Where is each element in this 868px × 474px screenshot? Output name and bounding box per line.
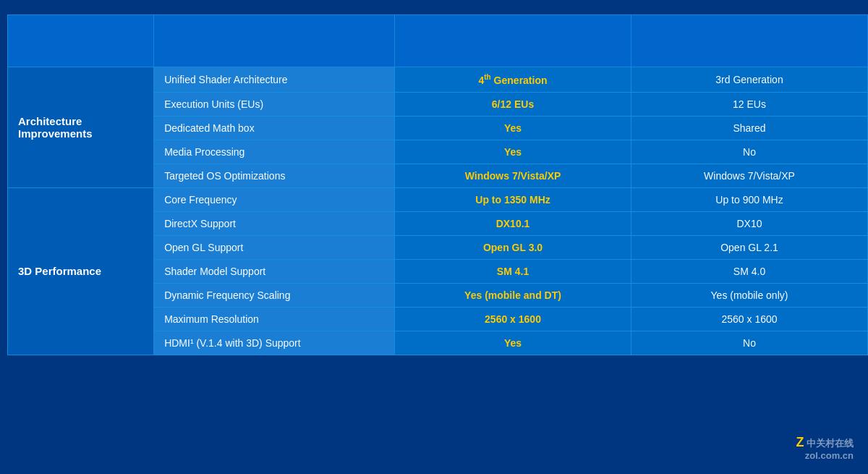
value-new-cell: Windows 7/Vista/XP (395, 164, 631, 187)
feature-cell: Media Processing (154, 140, 395, 164)
header-gen2 (395, 15, 631, 67)
value-new-cell: 4th Generation (395, 67, 631, 93)
header-features (154, 15, 395, 67)
value-old-cell: No (631, 140, 868, 164)
feature-cell: Core Frequency (154, 187, 395, 211)
value-old-cell: Windows 7/Vista/XP (631, 164, 868, 187)
table-body: Architecture ImprovementsUnified Shader … (8, 67, 868, 355)
feature-cell: Unified Shader Architecture (154, 67, 395, 93)
value-new-cell: 2560 x 1600 (395, 307, 631, 331)
value-new-cell: Yes (395, 116, 631, 140)
feature-cell: DirectX Support (154, 211, 395, 235)
header-category (8, 15, 154, 67)
value-old-cell: Yes (mobile only) (631, 283, 868, 307)
feature-cell: Shader Model Support (154, 259, 395, 283)
value-new-cell: Yes (mobile and DT) (395, 283, 631, 307)
value-old-cell: No (631, 331, 868, 355)
comparison-table: Architecture ImprovementsUnified Shader … (7, 14, 868, 355)
feature-cell: Open GL Support (154, 235, 395, 259)
value-old-cell: 2560 x 1600 (631, 307, 868, 331)
feature-cell: Targeted OS Optimizations (154, 164, 395, 187)
value-old-cell: 12 EUs (631, 92, 868, 116)
value-new-cell: 6/12 EUs (395, 92, 631, 116)
header-gen1 (631, 15, 868, 67)
category-cell: 3D Performance (8, 187, 154, 355)
category-cell: Architecture Improvements (8, 67, 154, 188)
feature-cell: HDMI¹ (V.1.4 with 3D) Support (154, 331, 395, 355)
value-new-cell: DX10.1 (395, 211, 631, 235)
value-old-cell: SM 4.0 (631, 259, 868, 283)
value-new-cell: Yes (395, 331, 631, 355)
watermark: Z 中关村在线zol.com.cn (796, 435, 854, 461)
value-new-cell: Up to 1350 MHz (395, 187, 631, 211)
value-old-cell: Shared (631, 116, 868, 140)
header-row (8, 15, 868, 67)
feature-cell: Execution Units (EUs) (154, 92, 395, 116)
table-row: Architecture ImprovementsUnified Shader … (8, 67, 868, 93)
value-old-cell: DX10 (631, 211, 868, 235)
value-new-cell: Open GL 3.0 (395, 235, 631, 259)
table-row: 3D PerformanceCore FrequencyUp to 1350 M… (8, 187, 868, 211)
feature-cell: Maximum Resolution (154, 307, 395, 331)
feature-cell: Dedicated Math box (154, 116, 395, 140)
value-new-cell: SM 4.1 (395, 259, 631, 283)
value-new-cell: Yes (395, 140, 631, 164)
feature-cell: Dynamic Frequency Scaling (154, 283, 395, 307)
value-old-cell: Open GL 2.1 (631, 235, 868, 259)
value-old-cell: 3rd Generation (631, 67, 868, 93)
value-old-cell: Up to 900 MHz (631, 187, 868, 211)
